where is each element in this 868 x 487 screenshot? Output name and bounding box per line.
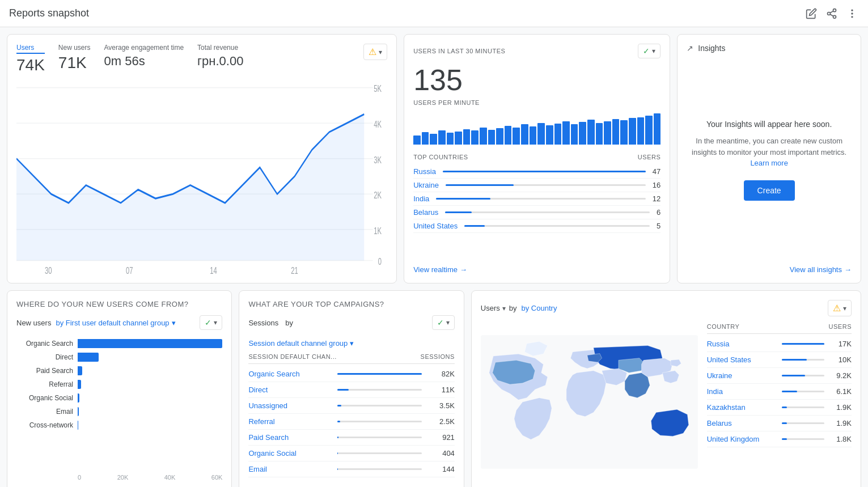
country-name[interactable]: Ukraine	[413, 181, 439, 189]
country-bar-container	[436, 198, 645, 200]
check-circle-icon: ✓	[205, 318, 211, 327]
bar	[513, 128, 520, 145]
campaign-row: Referral 2.5K	[248, 414, 454, 430]
campaign-name[interactable]: Email	[248, 465, 333, 473]
country-bar	[443, 171, 646, 172]
acq-green-badge[interactable]: ✓ ▾	[200, 315, 222, 330]
top-countries-header: TOP COUNTRIES USERS	[413, 154, 660, 160]
map-bar-wrap	[782, 438, 824, 440]
camp-bar-col	[333, 468, 426, 470]
camp-sub-filter[interactable]: Session default channel group ▾	[248, 339, 454, 348]
campaign-name[interactable]: Referral	[248, 417, 333, 426]
top-row: Users 74K New users 71K Average engageme…	[7, 34, 861, 283]
map-warning-badge[interactable]: ⚠ ▾	[828, 300, 852, 316]
header-icons	[805, 7, 859, 20]
warning-badge[interactable]: ⚠ ▾	[363, 44, 387, 60]
page-header: Reports snapshot	[0, 0, 868, 27]
map-country-name[interactable]: Belarus	[707, 419, 778, 427]
insights-sub-text: In the meantime, you can create new cust…	[687, 135, 852, 169]
hbar-container	[78, 407, 222, 416]
acquisition-section-title: WHERE DO YOUR NEW USERS COME FROM?	[16, 300, 222, 308]
hbar-row: Cross-network	[16, 421, 222, 430]
chevron-down-icon: ▾	[446, 319, 450, 327]
country-value: 5	[657, 222, 660, 230]
hbar-label: Direct	[16, 353, 73, 361]
country-name[interactable]: India	[413, 194, 429, 203]
country-name[interactable]: Russia	[413, 167, 436, 176]
revenue-label[interactable]: Total revenue	[197, 44, 243, 52]
map-country-name[interactable]: United Kingdom	[707, 435, 778, 443]
map-bar-col	[777, 438, 829, 440]
country-bar	[436, 198, 490, 200]
campaign-name[interactable]: Organic Search	[248, 370, 333, 378]
view-traffic-acquisition-link[interactable]: View traffic acquisition →	[248, 481, 454, 487]
hbar-label: Email	[16, 408, 73, 416]
map-country-name[interactable]: Kazakhstan	[707, 403, 778, 412]
bar	[413, 135, 421, 145]
new-users-label[interactable]: New users	[58, 44, 91, 52]
axis-label: 60K	[211, 474, 223, 481]
svg-text:14: 14	[210, 265, 217, 274]
hbar-fill	[78, 421, 78, 430]
campaign-name[interactable]: Paid Search	[248, 433, 333, 442]
realtime-header: USERS IN LAST 30 MINUTES ✓ ▾	[413, 44, 660, 58]
map-chevron[interactable]: ▾	[502, 304, 506, 312]
map-bar-wrap	[782, 375, 824, 376]
country-value: 47	[653, 167, 660, 176]
camp-bar-col	[333, 437, 426, 438]
chevron-down-icon: ▾	[214, 319, 217, 327]
create-button[interactable]: Create	[744, 180, 795, 201]
hbar-fill	[78, 393, 79, 403]
campaign-name[interactable]: Organic Social	[248, 449, 333, 458]
campaign-value: 921	[426, 433, 455, 442]
country-bar-container	[445, 211, 650, 213]
view-all-insights-link[interactable]: View all insights →	[687, 259, 852, 274]
map-country-name[interactable]: United States	[707, 355, 778, 364]
map-country-name[interactable]: Ukraine	[707, 371, 778, 380]
country-name[interactable]: Belarus	[413, 208, 438, 217]
map-country-row: Belarus 1.9K	[707, 416, 852, 431]
country-bar	[464, 225, 485, 227]
edit-icon[interactable]	[805, 7, 818, 20]
learn-more-link[interactable]: Learn more	[750, 159, 787, 167]
map-country-name[interactable]: Russia	[707, 340, 778, 348]
country-name[interactable]: United States	[413, 222, 458, 230]
upm-label: USERS PER MINUTE	[413, 99, 660, 106]
green-badge-btn[interactable]: ✓ ▾	[638, 44, 660, 58]
hbar-container	[78, 421, 222, 430]
map-by: by	[509, 304, 517, 312]
map-country-value: 1.9K	[829, 403, 852, 412]
users-label[interactable]: Users	[16, 44, 45, 54]
campaign-name[interactable]: Unassigned	[248, 401, 333, 410]
more-options-icon[interactable]	[845, 7, 859, 20]
camp-bar-col	[333, 421, 426, 422]
map-country-filter[interactable]: by Country	[522, 304, 557, 312]
bar	[496, 128, 503, 145]
view-countries-link[interactable]: View countries →	[481, 481, 852, 487]
acq-dropdown[interactable]: by First user default channel group ▾	[56, 319, 175, 327]
map-country-name[interactable]: India	[707, 387, 778, 396]
map-bar-col	[777, 422, 829, 424]
view-realtime-link[interactable]: View realtime →	[413, 259, 660, 274]
campaign-row: Organic Search 82K	[248, 366, 454, 382]
campaign-name[interactable]: Direct	[248, 386, 333, 394]
campaign-value: 11K	[426, 386, 455, 394]
campaign-value: 404	[426, 449, 455, 458]
warning-icon: ⚠	[833, 303, 841, 314]
chevron-down-icon: ▾	[379, 48, 382, 56]
map-col-headers: COUNTRY USERS	[707, 323, 852, 334]
hbar-label: Paid Search	[16, 367, 73, 375]
map-table: COUNTRY USERS Russia 17K United States 1…	[707, 323, 852, 481]
chevron-down-icon: ▾	[172, 319, 176, 327]
share-icon[interactable]	[825, 7, 839, 20]
country-row: Ukraine 16	[413, 179, 660, 192]
check-circle-icon: ✓	[643, 46, 650, 56]
view-user-acquisition-link[interactable]: View user acquisition →	[16, 481, 222, 487]
map-country-value: 6.1K	[829, 387, 852, 396]
engagement-label[interactable]: Average engagement time	[104, 44, 184, 52]
camp-green-badge[interactable]: ✓ ▾	[432, 315, 455, 330]
hbar-container	[78, 339, 222, 348]
map-country-value: 1.8K	[829, 435, 852, 443]
bar	[620, 120, 628, 145]
countries-list: Russia 47 Ukraine 16 India 12 Belarus 6 …	[413, 165, 660, 233]
